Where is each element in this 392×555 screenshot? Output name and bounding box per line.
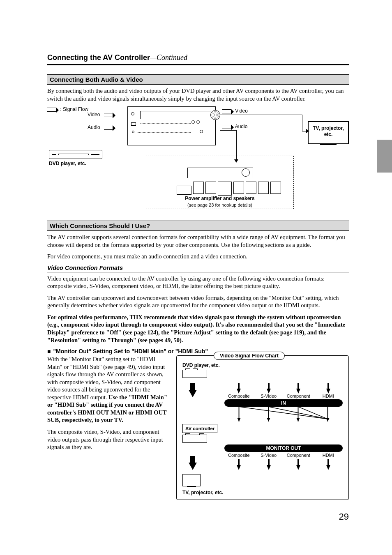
signal-flow-label: : Signal Flow <box>60 106 88 112</box>
amp-caption-bold: Power amplifier and speakers <box>146 196 293 201</box>
speakers-icon <box>174 182 281 196</box>
subheading-rule <box>47 272 349 272</box>
section2-para2: For video components, you must make an a… <box>47 253 349 260</box>
svg-marker-8 <box>267 418 270 421</box>
down-arrow-icon <box>326 465 330 470</box>
down-arrow-icon <box>237 465 241 470</box>
tv-box: TV, projector, etc. <box>308 121 349 144</box>
chart-title: Video Signal Flow Chart <box>214 352 285 360</box>
arrow-icon <box>104 113 113 117</box>
output-signal-labels: Composite S-Video Component HDMI <box>182 453 343 470</box>
down-arrow-icon <box>189 463 197 470</box>
subheading-monitor-out: "Monitor Out" Setting Set to "HDMI Main"… <box>47 348 349 355</box>
svg-marker-9 <box>297 418 300 421</box>
video-signal-flow-chart: Video Signal Flow Chart DVD player, etc.… <box>176 355 349 500</box>
header-rule <box>47 64 349 65</box>
label-video-right: Video <box>222 108 248 114</box>
down-arrow-icon <box>267 465 271 470</box>
dvd-player-label: DVD player, etc. <box>49 161 86 166</box>
arrow-icon <box>222 109 231 113</box>
heading-connecting-both: Connecting Both Audio & Video <box>47 74 349 85</box>
svg-line-4 <box>239 407 328 419</box>
down-arrow-icon <box>237 389 241 394</box>
header-title: Connecting the AV Controller <box>47 53 150 62</box>
down-arrow-icon <box>326 389 330 394</box>
down-arrow-icon <box>189 390 197 397</box>
amp-speakers-group: Power amplifier and speakers (see page 2… <box>146 156 294 209</box>
label-video-left: Video <box>88 112 113 117</box>
label-audio-left: Audio <box>88 124 113 130</box>
chart-tv-label: TV, projector, etc. <box>182 490 343 495</box>
chart-avc-label: AV controller <box>182 424 217 433</box>
avc-icon <box>182 435 207 443</box>
section1-paragraph: By connecting both the audio and video o… <box>47 87 349 102</box>
down-arrow-icon <box>296 465 300 470</box>
dvd-icon <box>182 370 207 378</box>
label-audio-right: Audio <box>222 124 247 129</box>
input-signal-labels: Composite S-Video Component HDMI <box>182 389 343 398</box>
page-number: 29 <box>47 511 349 522</box>
merge-lines-icon <box>224 407 343 421</box>
subheading-vcf: Video Connection Formats <box>47 265 349 271</box>
page: Connecting the AV Controller —Continued … <box>0 0 392 543</box>
tv-label-line1: TV, projector, <box>309 125 348 131</box>
dvd-player-icon <box>49 150 102 159</box>
svg-marker-10 <box>326 418 330 421</box>
vcf-para1: Video equipment can be connected to the … <box>47 275 349 290</box>
signal-flow-legend: : Signal Flow <box>47 106 88 112</box>
in-bar: IN <box>224 399 343 407</box>
av-controller-icon <box>127 106 216 145</box>
arrow-icon <box>104 126 113 130</box>
tv-label-line2: etc. <box>309 131 348 138</box>
tv-icon <box>182 474 201 486</box>
monitor-out-para1: With the "Monitor Out" setting set to "H… <box>47 355 171 424</box>
signal-flow-diagram: : Signal Flow Video Audio DVD player, et… <box>47 106 349 212</box>
heading-which-connections: Which Connections Should I Use? <box>47 221 349 231</box>
down-arrow-icon <box>296 389 300 394</box>
section2-para1: The AV controller supports several conne… <box>47 233 349 249</box>
monitor-out-bar: MONITOR OUT <box>224 444 343 452</box>
amp-caption-ref: (see page 23 for hookup details) <box>146 203 293 207</box>
column-left: With the "Monitor Out" setting set to "H… <box>47 355 171 500</box>
vcf-para3: For optimal video performance, THX recom… <box>47 313 349 344</box>
monitor-out-para2: The composite video, S-Video, and compon… <box>47 428 171 451</box>
down-arrow-icon <box>267 389 271 394</box>
chart-dvd-label: DVD player, etc. <box>182 362 343 368</box>
arrow-icon <box>47 108 56 112</box>
svg-marker-7 <box>238 418 241 421</box>
header-continued: —Continued <box>150 53 187 62</box>
vcf-para2: The AV controller can upconvert and down… <box>47 294 349 309</box>
tv-stand-icon <box>320 144 337 146</box>
arrow-icon <box>222 125 231 129</box>
page-header: Connecting the AV Controller —Continued <box>47 53 349 63</box>
two-column-layout: With the "Monitor Out" setting set to "H… <box>47 355 349 500</box>
